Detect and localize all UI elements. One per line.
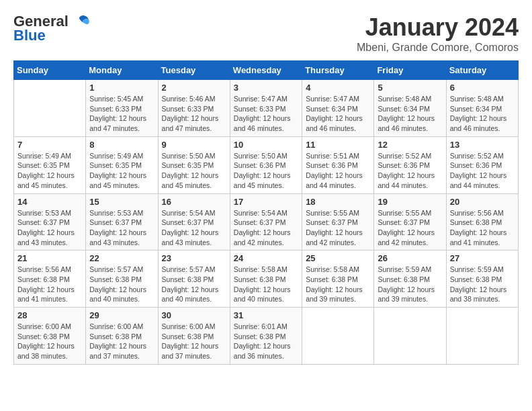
day-number: 2 — [162, 83, 226, 93]
day-number: 14 — [17, 197, 82, 207]
day-info: Sunrise: 5:49 AM Sunset: 6:35 PM Dayligh… — [89, 151, 154, 191]
calendar-cell: 19Sunrise: 5:55 AM Sunset: 6:37 PM Dayli… — [374, 193, 446, 250]
page-header: General Blue January 2024 Mbeni, Grande … — [13, 13, 519, 54]
day-info: Sunrise: 5:46 AM Sunset: 6:33 PM Dayligh… — [162, 94, 226, 134]
calendar-cell: 16Sunrise: 5:54 AM Sunset: 6:37 PM Dayli… — [158, 193, 230, 250]
calendar-cell: 23Sunrise: 5:57 AM Sunset: 6:38 PM Dayli… — [158, 250, 230, 308]
calendar-cell: 12Sunrise: 5:52 AM Sunset: 6:36 PM Dayli… — [374, 136, 446, 193]
day-number: 25 — [306, 253, 370, 263]
main-title: January 2024 — [357, 13, 519, 42]
calendar-table: SundayMondayTuesdayWednesdayThursdayFrid… — [13, 60, 519, 365]
day-info: Sunrise: 6:00 AM Sunset: 6:38 PM Dayligh… — [17, 322, 82, 361]
day-info: Sunrise: 5:47 AM Sunset: 6:34 PM Dayligh… — [306, 94, 370, 134]
day-number: 15 — [89, 197, 154, 207]
logo: General Blue — [13, 13, 90, 44]
calendar-cell: 22Sunrise: 5:57 AM Sunset: 6:38 PM Dayli… — [86, 250, 158, 308]
day-number: 19 — [378, 197, 442, 207]
day-info: Sunrise: 6:00 AM Sunset: 6:38 PM Dayligh… — [162, 322, 226, 361]
calendar-cell: 18Sunrise: 5:55 AM Sunset: 6:37 PM Dayli… — [302, 193, 374, 250]
calendar-week-5: 28Sunrise: 6:00 AM Sunset: 6:38 PM Dayli… — [14, 308, 519, 365]
calendar-cell — [446, 308, 518, 365]
calendar-cell: 1Sunrise: 5:45 AM Sunset: 6:33 PM Daylig… — [86, 80, 158, 137]
day-info: Sunrise: 5:45 AM Sunset: 6:33 PM Dayligh… — [89, 94, 154, 134]
day-number: 23 — [162, 253, 226, 263]
calendar-cell: 17Sunrise: 5:54 AM Sunset: 6:37 PM Dayli… — [230, 193, 302, 250]
day-number: 4 — [306, 83, 370, 93]
day-number: 1 — [89, 83, 154, 93]
calendar-cell: 10Sunrise: 5:50 AM Sunset: 6:36 PM Dayli… — [230, 136, 302, 193]
day-number: 5 — [378, 83, 442, 93]
calendar-cell: 26Sunrise: 5:59 AM Sunset: 6:38 PM Dayli… — [374, 250, 446, 308]
day-number: 29 — [89, 310, 154, 320]
calendar-week-4: 21Sunrise: 5:56 AM Sunset: 6:38 PM Dayli… — [14, 250, 519, 308]
logo-blue-text: Blue — [13, 27, 46, 44]
day-number: 28 — [17, 310, 82, 320]
header-monday: Monday — [86, 61, 158, 80]
calendar-header-row: SundayMondayTuesdayWednesdayThursdayFrid… — [14, 61, 519, 80]
calendar-cell: 29Sunrise: 6:00 AM Sunset: 6:38 PM Dayli… — [86, 308, 158, 365]
subtitle: Mbeni, Grande Comore, Comoros — [357, 42, 519, 54]
header-friday: Friday — [374, 61, 446, 80]
calendar-cell: 20Sunrise: 5:56 AM Sunset: 6:38 PM Dayli… — [446, 193, 518, 250]
header-wednesday: Wednesday — [230, 61, 302, 80]
day-info: Sunrise: 5:56 AM Sunset: 6:38 PM Dayligh… — [17, 265, 82, 304]
day-number: 17 — [234, 197, 298, 207]
calendar-cell: 30Sunrise: 6:00 AM Sunset: 6:38 PM Dayli… — [158, 308, 230, 365]
day-info: Sunrise: 5:47 AM Sunset: 6:33 PM Dayligh… — [234, 94, 298, 134]
calendar-cell — [14, 80, 86, 137]
calendar-cell: 25Sunrise: 5:58 AM Sunset: 6:38 PM Dayli… — [302, 250, 374, 308]
day-number: 24 — [234, 253, 298, 263]
day-number: 10 — [234, 140, 298, 150]
day-number: 21 — [17, 253, 82, 263]
day-info: Sunrise: 5:52 AM Sunset: 6:36 PM Dayligh… — [378, 151, 442, 191]
day-info: Sunrise: 6:00 AM Sunset: 6:38 PM Dayligh… — [89, 322, 154, 361]
calendar-cell: 5Sunrise: 5:48 AM Sunset: 6:34 PM Daylig… — [374, 80, 446, 137]
day-info: Sunrise: 5:55 AM Sunset: 6:37 PM Dayligh… — [306, 208, 370, 248]
day-info: Sunrise: 5:59 AM Sunset: 6:38 PM Dayligh… — [450, 265, 515, 304]
header-saturday: Saturday — [446, 61, 518, 80]
calendar-cell: 4Sunrise: 5:47 AM Sunset: 6:34 PM Daylig… — [302, 80, 374, 137]
day-info: Sunrise: 5:58 AM Sunset: 6:38 PM Dayligh… — [234, 265, 298, 304]
day-info: Sunrise: 5:57 AM Sunset: 6:38 PM Dayligh… — [162, 265, 226, 304]
day-number: 6 — [450, 83, 515, 93]
day-info: Sunrise: 5:54 AM Sunset: 6:37 PM Dayligh… — [234, 208, 298, 248]
day-number: 3 — [234, 83, 298, 93]
day-info: Sunrise: 5:56 AM Sunset: 6:38 PM Dayligh… — [450, 208, 515, 248]
calendar-cell: 8Sunrise: 5:49 AM Sunset: 6:35 PM Daylig… — [86, 136, 158, 193]
day-info: Sunrise: 6:01 AM Sunset: 6:38 PM Dayligh… — [234, 322, 298, 361]
day-info: Sunrise: 5:57 AM Sunset: 6:38 PM Dayligh… — [89, 265, 154, 304]
day-info: Sunrise: 5:52 AM Sunset: 6:36 PM Dayligh… — [450, 151, 515, 191]
calendar-cell: 15Sunrise: 5:53 AM Sunset: 6:37 PM Dayli… — [86, 193, 158, 250]
day-number: 20 — [450, 197, 515, 207]
calendar-cell: 11Sunrise: 5:51 AM Sunset: 6:36 PM Dayli… — [302, 136, 374, 193]
day-number: 9 — [162, 140, 226, 150]
day-number: 18 — [306, 197, 370, 207]
calendar-cell: 2Sunrise: 5:46 AM Sunset: 6:33 PM Daylig… — [158, 80, 230, 137]
calendar-week-3: 14Sunrise: 5:53 AM Sunset: 6:37 PM Dayli… — [14, 193, 519, 250]
calendar-cell: 21Sunrise: 5:56 AM Sunset: 6:38 PM Dayli… — [14, 250, 86, 308]
calendar-cell: 7Sunrise: 5:49 AM Sunset: 6:35 PM Daylig… — [14, 136, 86, 193]
day-number: 31 — [234, 310, 298, 320]
day-number: 11 — [306, 140, 370, 150]
calendar-cell: 6Sunrise: 5:48 AM Sunset: 6:34 PM Daylig… — [446, 80, 518, 137]
calendar-cell — [374, 308, 446, 365]
day-number: 8 — [89, 140, 154, 150]
header-thursday: Thursday — [302, 61, 374, 80]
day-info: Sunrise: 5:49 AM Sunset: 6:35 PM Dayligh… — [17, 151, 82, 191]
day-number: 16 — [162, 197, 226, 207]
day-info: Sunrise: 5:48 AM Sunset: 6:34 PM Dayligh… — [450, 94, 515, 134]
calendar-cell: 28Sunrise: 6:00 AM Sunset: 6:38 PM Dayli… — [14, 308, 86, 365]
day-info: Sunrise: 5:59 AM Sunset: 6:38 PM Dayligh… — [378, 265, 442, 304]
calendar-week-1: 1Sunrise: 5:45 AM Sunset: 6:33 PM Daylig… — [14, 80, 519, 137]
header-tuesday: Tuesday — [158, 61, 230, 80]
day-info: Sunrise: 5:54 AM Sunset: 6:37 PM Dayligh… — [162, 208, 226, 248]
day-info: Sunrise: 5:50 AM Sunset: 6:35 PM Dayligh… — [162, 151, 226, 191]
calendar-cell: 27Sunrise: 5:59 AM Sunset: 6:38 PM Dayli… — [446, 250, 518, 308]
day-number: 12 — [378, 140, 442, 150]
day-info: Sunrise: 5:58 AM Sunset: 6:38 PM Dayligh… — [306, 265, 370, 304]
day-info: Sunrise: 5:51 AM Sunset: 6:36 PM Dayligh… — [306, 151, 370, 191]
day-number: 7 — [17, 140, 82, 150]
calendar-week-2: 7Sunrise: 5:49 AM Sunset: 6:35 PM Daylig… — [14, 136, 519, 193]
logo-bird-icon — [70, 14, 90, 29]
title-block: January 2024 Mbeni, Grande Comore, Comor… — [357, 13, 519, 54]
